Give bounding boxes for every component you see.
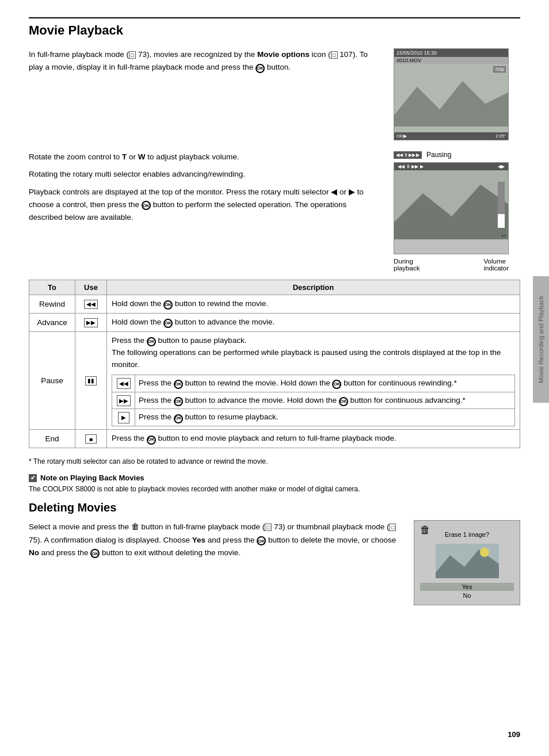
sub-icon-play: ▶	[112, 409, 135, 426]
screen-filename: 0010.MOV	[394, 57, 508, 64]
playback-controls-text: Playback controls are displayed at the t…	[29, 186, 382, 224]
confirm-yes[interactable]: Yes	[420, 583, 514, 591]
caption-row: Duringplayback Volumeindicator	[394, 258, 509, 272]
del-ref-75: 75	[29, 536, 37, 544]
row-use-pause: ▮▮	[75, 331, 107, 430]
row-use-rewind: ◀◀	[75, 295, 107, 314]
yes-bold: Yes	[192, 536, 205, 544]
playback-bottom: 4s	[501, 233, 506, 238]
volume-indicator-caption: Volumeindicator	[484, 258, 509, 272]
screen-bottom-bar: OK▶ 1'05"	[394, 132, 508, 140]
sub-icon-advance: ▶▶	[112, 392, 135, 409]
confirm-trash-icon: 🗑	[420, 524, 430, 536]
sub-table-row: ▶ Press the OK button to resume playback…	[112, 409, 515, 426]
ref-107: 107	[340, 50, 353, 59]
row-desc-advance: Hold down the OK button to advance the m…	[107, 313, 520, 331]
screen-body: 720p	[394, 64, 508, 132]
table-header-to: To	[29, 280, 75, 295]
row-desc-rewind: Hold down the OK button to rewind the mo…	[107, 295, 520, 314]
note-text: The COOLPIX S8000 is not able to playbac…	[29, 484, 520, 494]
confirm-screen: 🗑 Erase 1 image? Yes No	[414, 520, 520, 605]
middle-text: Rotate the zoom control to T or W to adj…	[29, 151, 382, 264]
row-to-advance: Advance	[29, 313, 75, 331]
playback-screen-area: ◀◀⏸▶▶▶ Pausing ◀◀ ⏸ ▶▶ ▶ ◀▶	[394, 151, 520, 272]
intro-section: In full-frame playback mode (□ 73), movi…	[29, 48, 520, 140]
deleting-section: Select a movie and press the 🗑 button in…	[29, 520, 520, 605]
table-row: Rewind ◀◀ Hold down the OK button to rew…	[29, 295, 520, 314]
section-title-deleting: Deleting Movies	[29, 501, 520, 514]
camera-screen: 15/05/2010 15:30 0010.MOV 720p OK▶ 1'05"	[394, 48, 509, 140]
sub-table-row: ▶▶ Press the OK button to advance the mo…	[112, 392, 515, 409]
middle-section: Rotate the zoom control to T or W to adj…	[29, 151, 520, 272]
note-box: ✔ Note on Playing Back Movies The COOLPI…	[29, 474, 520, 494]
row-to-rewind: Rewind	[29, 295, 75, 314]
playback-image	[394, 170, 508, 239]
confirm-no[interactable]: No	[420, 592, 514, 599]
screen-top-bar: 15/05/2010 15:30	[394, 49, 508, 57]
camera-screen-area: 15/05/2010 15:30 0010.MOV 720p OK▶ 1'05"	[394, 48, 520, 140]
no-bold: No	[29, 548, 39, 557]
table-row: Pause ▮▮ Press the OK button to pause pl…	[29, 331, 520, 430]
table-row: End ■ Press the OK button to end movie p…	[29, 430, 520, 448]
row-use-end: ■	[75, 430, 107, 448]
main-content: In full-frame playback mode (□ 73), movi…	[29, 48, 520, 605]
deleting-text: Select a movie and press the 🗑 button in…	[29, 520, 402, 605]
volume-bar-container	[498, 182, 505, 228]
pausing-controls: ◀◀⏸▶▶▶	[394, 151, 422, 159]
screen-timestamp: 15/05/2010 15:30	[396, 50, 437, 56]
note-title: ✔ Note on Playing Back Movies	[29, 474, 520, 482]
intro-text: In full-frame playback mode (□ 73), movi…	[29, 48, 382, 140]
note-checkbox-icon: ✔	[29, 474, 37, 482]
row-to-end: End	[29, 430, 75, 448]
table-row: Advance ▶▶ Hold down the OK button to ad…	[29, 313, 520, 331]
movie-options-bold: Movie options	[257, 50, 310, 59]
during-playback-caption: Duringplayback	[394, 258, 420, 272]
table-header-use: Use	[75, 280, 107, 295]
sub-desc-play: Press the OK button to resume playback.	[135, 409, 515, 426]
table-header-description: Description	[107, 280, 520, 295]
footnote: * The rotary multi selector can also be …	[29, 456, 520, 467]
sub-desc-advance: Press the OK button to advance the movie…	[135, 392, 515, 409]
row-desc-end: Press the OK button to end movie playbac…	[107, 430, 520, 448]
sub-desc-rewind: Press the OK button to rewind the movie.…	[135, 375, 515, 392]
note-title-text: Note on Playing Back Movies	[40, 474, 144, 482]
confirm-image	[436, 544, 499, 578]
page-title: Movie Playback	[29, 17, 520, 38]
confirm-message: Erase 1 image?	[445, 531, 489, 538]
screen-ok-play: OK▶	[396, 133, 407, 139]
sub-table: ◀◀ Press the OK button to rewind the mov…	[112, 375, 515, 427]
rotary-text: Rotating the rotary multi selector enabl…	[29, 168, 382, 181]
row-use-advance: ▶▶	[75, 313, 107, 331]
pausing-row: ◀◀⏸▶▶▶ Pausing	[394, 151, 451, 159]
ok-button-inline: OK	[256, 64, 265, 73]
screen-image	[394, 64, 508, 132]
page-number: 109	[508, 730, 520, 739]
playback-table: To Use Description Rewind ◀◀ Hold down t…	[29, 280, 520, 448]
side-tab: Movie Recording and Playback	[533, 276, 549, 403]
screen-720-badge: 720p	[493, 66, 506, 72]
playback-screen: ◀◀ ⏸ ▶▶ ▶ ◀▶ 4s	[394, 162, 509, 254]
row-desc-pause: Press the OK button to pause playback. T…	[107, 331, 520, 430]
del-ref-73: 73	[274, 522, 283, 531]
screen-duration: 1'05"	[495, 133, 506, 139]
sub-icon-rewind: ◀◀	[112, 375, 135, 392]
volume-bar-fill	[498, 214, 505, 228]
playback-controls-bar: ◀◀ ⏸ ▶▶ ▶ ◀▶	[394, 163, 508, 170]
sub-table-row: ◀◀ Press the OK button to rewind the mov…	[112, 375, 515, 392]
ref-73: 73	[138, 50, 147, 59]
svg-point-6	[480, 548, 489, 557]
row-to-pause: Pause	[29, 331, 75, 430]
pausing-label: Pausing	[426, 151, 451, 159]
zoom-text: Rotate the zoom control to T or W to adj…	[29, 151, 382, 163]
